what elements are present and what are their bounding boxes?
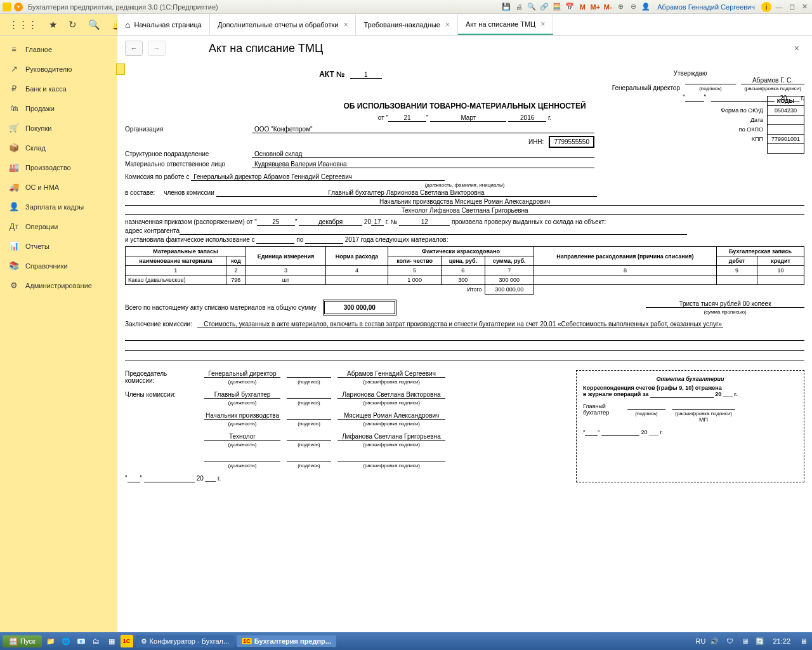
m-icon[interactable]: M xyxy=(577,2,587,12)
sidebar-item[interactable]: 🏭Производство xyxy=(0,157,117,177)
tray-network-icon[interactable]: 🖥 xyxy=(738,635,751,647)
mminus-icon[interactable]: M- xyxy=(603,2,613,12)
calc-icon[interactable]: 🧮 xyxy=(552,2,562,12)
sidebar-item-label: Руководителю xyxy=(25,65,72,73)
sidebar-item-label: Продажи xyxy=(25,105,55,112)
clock[interactable]: 21:22 xyxy=(773,637,790,645)
sidebar-icon: ↗ xyxy=(9,64,19,74)
user-name[interactable]: Абрамов Геннадий Сергеевич xyxy=(657,3,755,11)
act-date: от "21" Март 2016 г. xyxy=(125,114,804,122)
task-accounting[interactable]: 1C Бухгалтерия предпр... xyxy=(237,635,336,647)
tab-act[interactable]: Акт на списание ТМЦ× xyxy=(458,14,553,35)
apps-icon[interactable]: ⋮⋮⋮ xyxy=(9,19,37,30)
app-1c-icon[interactable]: 1C xyxy=(121,635,133,647)
link-icon[interactable]: 🔗 xyxy=(539,2,549,12)
tray-volume-icon[interactable]: 🔊 xyxy=(708,635,721,647)
start-button[interactable]: 🪟 Пуск xyxy=(3,635,42,647)
close-icon[interactable]: × xyxy=(343,20,348,29)
sidebar-item-label: Операции xyxy=(25,223,58,230)
sidebar-icon: 🛒 xyxy=(9,123,19,133)
sidebar-icon: ≡ xyxy=(9,44,19,54)
sidebar-item-label: Покупки xyxy=(25,124,51,132)
sidebar-icon: 🏭 xyxy=(9,162,19,172)
sidebar-icon: 👤 xyxy=(9,202,19,211)
app-logo-icon xyxy=(3,3,11,11)
sidebar-icon: Дт xyxy=(9,222,19,231)
close-page-icon[interactable]: × xyxy=(789,41,804,56)
window-title: Бухгалтерия предприятия, редакция 3.0 (1… xyxy=(28,3,218,11)
close-icon[interactable]: × xyxy=(445,20,450,29)
sidebar-item[interactable]: ↗Руководителю xyxy=(0,59,117,79)
tray-monitor-icon[interactable]: 🖥 xyxy=(797,635,809,647)
search-icon[interactable]: 🔍 xyxy=(88,19,100,30)
tray-icon[interactable]: 📧 xyxy=(75,635,88,647)
sidebar-item[interactable]: 🛍Продажи xyxy=(0,98,117,118)
history-icon[interactable]: ↻ xyxy=(69,19,77,30)
sidebar-item-label: Банк и касса xyxy=(25,85,67,93)
lang-indicator[interactable]: RU xyxy=(696,637,706,645)
tray-shield-icon[interactable]: 🛡 xyxy=(723,635,736,647)
sidebar-item-label: Главное xyxy=(25,46,52,53)
print-icon[interactable]: 🖨 xyxy=(514,2,524,12)
total-row: Всего по настоящему акту списано материа… xyxy=(125,300,804,315)
sidebar-icon: 📚 xyxy=(9,261,19,270)
tray-sync-icon[interactable]: 🔄 xyxy=(754,635,766,647)
sidebar-item-label: Зарплата и кадры xyxy=(25,203,84,211)
zoom-in-icon[interactable]: ⊕ xyxy=(615,2,625,12)
sidebar-icon: 📊 xyxy=(9,241,19,251)
close-icon[interactable]: × xyxy=(540,20,545,29)
sidebar-item[interactable]: 🚚ОС и НМА xyxy=(0,177,117,197)
quick-icons: ⋮⋮⋮ ★ ↻ 🔍 🔔 xyxy=(0,14,117,35)
preview-icon[interactable]: 🔍 xyxy=(527,2,537,12)
save-icon[interactable]: 💾 xyxy=(501,2,511,12)
tray-icon[interactable]: 🗂 xyxy=(90,635,103,647)
tab-requirements[interactable]: Требования-накладные× xyxy=(356,14,458,35)
sidebar-item-label: Отчеты xyxy=(25,242,49,250)
user-icon: 👤 xyxy=(641,2,651,12)
star-icon[interactable]: ★ xyxy=(49,19,57,30)
sidebar-icon: 📦 xyxy=(9,143,19,152)
mplus-icon[interactable]: M+ xyxy=(590,2,600,12)
sidebar-item[interactable]: 📦Склад xyxy=(0,138,117,157)
page-title: Акт на списание ТМЦ xyxy=(209,42,323,55)
tray-icon[interactable]: ▦ xyxy=(105,635,118,647)
dropdown-icon[interactable]: ▾ xyxy=(14,3,23,11)
window-titlebar: ▾ Бухгалтерия предприятия, редакция 3.0 … xyxy=(0,0,812,14)
calendar-icon[interactable]: 📅 xyxy=(565,2,575,12)
sidebar-item[interactable]: 📚Справочники xyxy=(0,256,117,275)
sidebar-item[interactable]: 🛒Покупки xyxy=(0,118,117,138)
sidebar-icon: ⚙ xyxy=(9,281,19,290)
close-window-icon[interactable]: ✕ xyxy=(799,2,809,12)
forward-button[interactable]: → xyxy=(148,41,166,56)
tab-reports[interactable]: Дополнительные отчеты и обработки× xyxy=(210,14,357,35)
sidebar-item-label: Справочники xyxy=(25,262,68,270)
sidebar-item[interactable]: ⚙Администрирование xyxy=(0,275,117,295)
sidebar-icon: ₽ xyxy=(9,84,19,93)
minimize-icon[interactable]: — xyxy=(774,2,784,12)
content-area: ← → Акт на списание ТМЦ × КОДЫ Форма по … xyxy=(117,36,812,632)
inn-box: 7799555550 xyxy=(549,136,594,148)
sidebar-icon: 🚚 xyxy=(9,182,19,192)
zoom-out-icon[interactable]: ⊖ xyxy=(628,2,638,12)
document-view[interactable]: КОДЫ Форма по ОКУД0504230 Дата по ОКПО К… xyxy=(117,61,812,632)
sidebar: ≡Главное↗Руководителю₽Банк и касса🛍Прода… xyxy=(0,36,117,632)
back-button[interactable]: ← xyxy=(125,41,143,56)
accounting-note: Отметка бухгалтерии Корреспонденция счет… xyxy=(576,370,804,482)
signatures: Председатель комиссии: Генеральный дирек… xyxy=(125,370,804,482)
sidebar-item[interactable]: 👤Зарплата и кадры xyxy=(0,197,117,216)
sidebar-item[interactable]: ₽Банк и касса xyxy=(0,79,117,98)
sidebar-item[interactable]: ДтОперации xyxy=(0,216,117,236)
task-configurator[interactable]: ⚙ Конфигуратор - Бухгал... xyxy=(136,635,235,647)
sidebar-item[interactable]: ≡Главное xyxy=(0,39,117,59)
sidebar-item[interactable]: 📊Отчеты xyxy=(0,236,117,256)
act-title: ОБ ИСПОЛЬЗОВАНИИ ТОВАРНО-МАТЕРИАЛЬНЫХ ЦЕ… xyxy=(125,102,804,110)
codes-block: КОДЫ Форма по ОКУД0504230 Дата по ОКПО К… xyxy=(717,96,804,154)
conclusion: Заключение комиссии: Стоимость, указанны… xyxy=(125,321,804,328)
maximize-icon[interactable]: ◻ xyxy=(787,2,797,12)
tray-icon[interactable]: 📁 xyxy=(44,635,57,647)
taskbar: 🪟 Пуск 📁 🌐 📧 🗂 ▦ 1C ⚙ Конфигуратор - Бух… xyxy=(0,632,812,650)
tab-home[interactable]: Начальная страница xyxy=(117,14,210,35)
tray-icon[interactable]: 🌐 xyxy=(60,635,72,647)
sidebar-icon: 🛍 xyxy=(9,103,19,113)
info-icon[interactable]: i xyxy=(761,2,771,12)
